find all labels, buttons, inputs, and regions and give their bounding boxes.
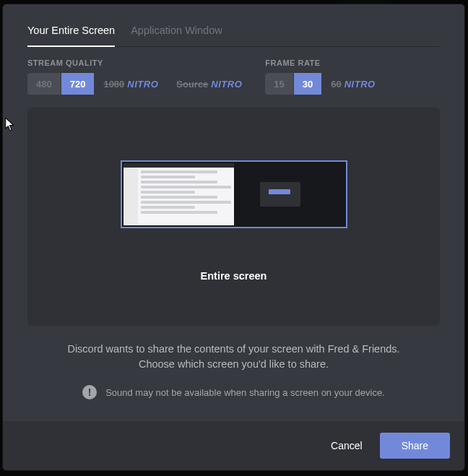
fps-15-button[interactable]: 15 [265, 73, 293, 95]
stream-quality-group: STREAM QUALITY 480 720 1080 NITRO Source… [27, 59, 251, 95]
fps-60-text: 60 [331, 79, 341, 90]
thumbnail-left-window [124, 163, 234, 225]
frame-rate-segmented: 15 30 60 NITRO [265, 73, 384, 95]
screen-share-modal: Your Entire Screen Application Window ST… [3, 4, 464, 470]
stream-quality-label: STREAM QUALITY [27, 59, 251, 67]
modal-body: Your Entire Screen Application Window ST… [3, 4, 464, 421]
warning-icon: ! [82, 385, 97, 399]
fps-60-button[interactable]: 60 NITRO [322, 73, 384, 95]
quality-1080-text: 1080 [103, 79, 124, 90]
tab-application-window[interactable]: Application Window [131, 19, 222, 46]
screen-thumbnail[interactable] [121, 160, 347, 228]
description-text: Discord wants to share the contents of y… [27, 342, 440, 372]
frame-rate-label: FRAME RATE [265, 59, 384, 67]
fps-30-button[interactable]: 30 [294, 73, 322, 95]
stream-quality-segmented: 480 720 1080 NITRO Source NITRO [27, 73, 251, 95]
share-button[interactable]: Share [380, 433, 450, 459]
quality-source-button[interactable]: Source NITRO [168, 73, 251, 95]
thumbnail-right-window [234, 163, 344, 225]
quality-480-button[interactable]: 480 [27, 73, 61, 95]
quality-1080-button[interactable]: 1080 NITRO [95, 73, 168, 95]
description-line2: Choose which screen you'd like to share. [139, 358, 329, 370]
nitro-badge: NITRO [211, 79, 242, 90]
frame-rate-group: FRAME RATE 15 30 60 NITRO [265, 59, 384, 95]
source-tabs: Your Entire Screen Application Window [27, 19, 440, 47]
preview-caption: Entire screen [201, 270, 267, 299]
audio-warning: ! Sound may not be available when sharin… [27, 385, 440, 399]
nitro-badge: NITRO [127, 79, 158, 90]
warning-text: Sound may not be available when sharing … [105, 387, 385, 398]
nitro-badge: NITRO [344, 79, 376, 90]
settings-row: STREAM QUALITY 480 720 1080 NITRO Source… [27, 59, 440, 95]
quality-720-button[interactable]: 720 [61, 73, 95, 95]
tab-entire-screen[interactable]: Your Entire Screen [27, 19, 115, 46]
quality-source-text: Source [176, 79, 208, 90]
cancel-button[interactable]: Cancel [318, 433, 376, 459]
modal-footer: Cancel Share [3, 421, 464, 470]
description-line1: Discord wants to share the contents of y… [67, 343, 399, 355]
preview-panel: Entire screen [27, 108, 440, 326]
